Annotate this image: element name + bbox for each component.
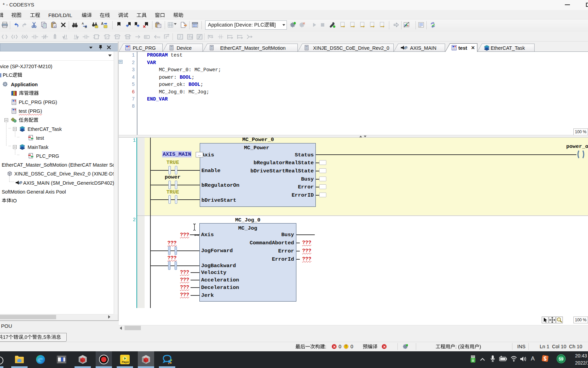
svg-text:59: 59 bbox=[559, 357, 564, 362]
svg-text:Player: Player bbox=[122, 361, 129, 364]
svg-text:J: J bbox=[179, 35, 181, 39]
svg-text:A: A bbox=[82, 22, 84, 25]
svg-text:Pa: Pa bbox=[189, 35, 193, 39]
svg-text:B: B bbox=[85, 25, 87, 28]
svg-text:A: A bbox=[531, 355, 535, 362]
svg-text:A: A bbox=[101, 22, 103, 26]
svg-text:RET: RET bbox=[157, 36, 160, 39]
